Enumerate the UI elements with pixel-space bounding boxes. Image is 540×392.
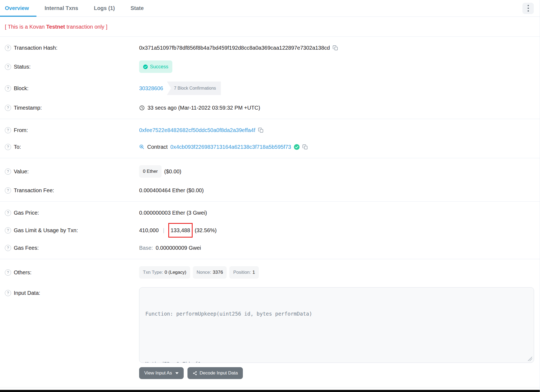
to-row: ? To: Contract 0x4cb093f226983713164a621… [0,138,540,155]
help-icon[interactable]: ? [5,45,11,51]
to-address-link[interactable]: 0x4cb093f226983713164a62138c3f718a5b595f… [170,143,291,151]
from-address-link[interactable]: 0xfee7522e8482682cf50ddc50a0f8da2a39effa… [139,126,255,134]
position-label: Position: [233,268,251,276]
copy-icon[interactable] [302,144,308,150]
ether-value-badge: 0 Ether [139,165,162,178]
input-data-row: ? Input Data: Function: performUpkeep(ui… [0,283,540,384]
to-contract-prefix: Contract [147,143,168,151]
tab-bar: Overview Internal Txns Logs (1) State [0,0,540,17]
kebab-icon [528,5,529,6]
help-icon[interactable]: ? [5,64,11,70]
decode-icon [193,371,197,376]
tab-state[interactable]: State [130,0,144,16]
transaction-overview-page: Overview Internal Txns Logs (1) State [ … [0,0,540,392]
testnet-notice: [ This is a Kovan Testnet transaction on… [0,17,540,36]
gas-limit-usage-label: Gas Limit & Usage by Txn: [14,226,78,234]
tab-overview[interactable]: Overview [5,0,29,16]
position-badge: Position: 1 [229,266,259,279]
section-others-input: ? Others: Txn Type: 0 (Legacy) Nonce: 33… [0,259,540,387]
input-data-line: Function: performUpkeep(uint256 id, byte… [145,310,534,318]
help-icon[interactable]: ? [5,245,11,251]
gas-fees-label: Gas Fees: [14,244,39,252]
notice-text: [ This is a Kovan [5,24,46,30]
gas-price-row: ? Gas Price: 0.000000003 Ether (3 Gwei) [0,204,540,221]
help-icon[interactable]: ? [5,210,11,216]
copy-icon[interactable] [258,127,264,133]
input-data-box[interactable]: Function: performUpkeep(uint256 id, byte… [139,287,534,363]
others-row: ? Others: Txn Type: 0 (Legacy) Nonce: 33… [0,262,540,283]
input-data-line: MethodID: 0x7bbaf1ea [145,360,534,363]
help-icon[interactable]: ? [5,105,11,111]
gas-limit-usage-row: ? Gas Limit & Usage by Txn: 410,000 | 13… [0,221,540,239]
value-usd: ($0.00) [164,167,181,175]
nonce-label: Nonce: [197,268,211,276]
block-label: Block: [14,84,28,92]
transaction-fee-row: ? Transaction Fee: 0.000400464 Ether ($0… [0,182,540,199]
tab-logs[interactable]: Logs (1) [94,0,115,16]
copy-icon[interactable] [333,45,338,51]
help-icon[interactable]: ? [5,187,11,194]
tab-internal-txns[interactable]: Internal Txns [45,0,78,16]
transaction-fee-label: Transaction Fee: [14,186,54,194]
tab-list: Overview Internal Txns Logs (1) State [5,0,144,16]
help-icon[interactable]: ? [5,127,11,133]
value-label: Value: [14,167,29,175]
notice-text-suffix: transaction only ] [65,24,108,30]
gas-used-percent: (32.56%) [195,226,217,234]
others-label: Others: [14,268,32,276]
gas-fees-base-label: Base: [139,244,153,252]
help-icon[interactable]: ? [5,168,11,175]
view-input-as-button[interactable]: View Input As [139,367,184,379]
check-circle-icon [143,65,148,69]
gas-fees-row: ? Gas Fees: Base: 0.000000009 Gwei [0,239,540,256]
help-icon[interactable]: ? [5,144,11,150]
gas-limit-value: 410,000 [139,226,159,234]
value-row: ? Value: 0 Ether ($0.00) [0,161,540,182]
txn-type-value: 0 (Legacy) [165,268,186,276]
timestamp-value: 33 secs ago (Mar-11-2022 03:59:32 PM +UT… [147,104,260,112]
help-icon[interactable]: ? [5,290,11,296]
transaction-hash-row: ? Transaction Hash: 0x371a51097fb78df856… [0,39,540,56]
section-value-fee: ? Value: 0 Ether ($0.00) ? Transaction F… [0,158,540,201]
gas-separator: | [161,226,166,234]
section-gas: ? Gas Price: 0.000000003 Ether (3 Gwei) … [0,202,540,259]
nonce-value: 3376 [213,268,223,276]
timestamp-row: ? Timestamp: 33 secs ago (Mar-11-2022 03… [0,99,540,116]
help-icon[interactable]: ? [5,227,11,234]
verified-check-icon [294,144,300,150]
gas-used-value: 133,488 [171,227,190,233]
section-from-to: ? From: 0xfee7522e8482682cf50ddc50a0f8da… [0,119,540,158]
from-row: ? From: 0xfee7522e8482682cf50ddc50a0f8da… [0,122,540,138]
notice-bold: Testnet [46,24,65,30]
status-badge: Success [139,60,172,73]
decode-input-data-button[interactable]: Decode Input Data [187,367,243,379]
txn-type-label: Txn Type: [143,268,163,276]
to-label: To: [14,143,21,151]
help-icon[interactable]: ? [5,269,11,276]
more-options-button[interactable] [522,3,534,14]
block-confirmations-badge: 7 Block Confirmations [167,82,221,95]
from-label: From: [14,126,28,134]
txn-type-badge: Txn Type: 0 (Legacy) [139,266,190,279]
gas-price-value: 0.000000003 Ether (3 Gwei) [139,209,207,217]
gas-price-label: Gas Price: [14,209,39,217]
clock-icon [139,105,145,111]
input-data-line [145,335,534,343]
section-hash-status-block-time: ? Transaction Hash: 0x371a51097fb78df856… [0,37,540,119]
zoom-in-icon[interactable] [139,144,145,150]
block-row: ? Block: 30328606 7 Block Confirmations [0,77,540,99]
status-row: ? Status: Success [0,56,540,77]
status-label: Status: [14,63,31,71]
status-value: Success [150,63,168,71]
block-number-link[interactable]: 30328606 [139,84,163,92]
transaction-hash-value: 0x371a51097fb78df856f8b4a7bd459f192d8cc8… [139,44,330,52]
transaction-hash-label: Transaction Hash: [14,44,58,52]
resize-handle[interactable] [528,357,532,361]
help-icon[interactable]: ? [5,85,11,92]
position-value: 1 [253,268,255,276]
window-bottom-edge [0,390,540,392]
transaction-fee-value: 0.000400464 Ether ($0.00) [139,186,204,194]
gas-used-annotation-box: 133,488 [168,223,193,238]
nonce-badge: Nonce: 3376 [193,266,227,279]
timestamp-label: Timestamp: [14,104,42,112]
